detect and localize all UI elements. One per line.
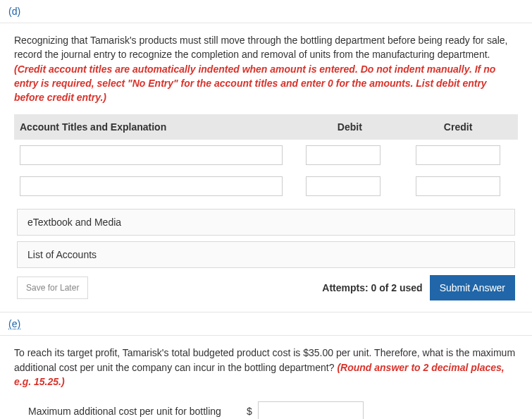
debit-input[interactable] <box>306 145 381 165</box>
footer-right-group: Attempts: 0 of 2 used Submit Answer <box>322 275 515 300</box>
account-input[interactable] <box>20 176 283 196</box>
attempts-text: Attempts: 0 of 2 used <box>322 282 422 293</box>
header-debit: Debit <box>295 121 404 133</box>
list-of-accounts-button[interactable]: List of Accounts <box>17 241 515 268</box>
max-additional-cost-input[interactable] <box>258 401 364 419</box>
header-account: Account Titles and Explanation <box>20 121 295 133</box>
submit-answer-button[interactable]: Submit Answer <box>430 275 515 300</box>
section-d-label: (d) <box>0 0 532 23</box>
instructions-warning: (Credit account titles are automatically… <box>14 63 495 104</box>
debit-input[interactable] <box>306 176 381 196</box>
header-credit: Credit <box>404 121 512 133</box>
currency-symbol: $ <box>247 406 252 417</box>
answer-label: Maximum additional cost per unit for bot… <box>28 406 221 417</box>
section-e-instructions: To reach its target profit, Tamarisk's t… <box>14 346 518 389</box>
answer-row: Maximum additional cost per unit for bot… <box>28 401 518 419</box>
table-row <box>14 140 518 171</box>
account-input[interactable] <box>20 145 283 165</box>
instructions-text: Recognizing that Tamarisk's products mus… <box>14 35 507 60</box>
footer-row: Save for Later Attempts: 0 of 2 used Sub… <box>17 275 515 300</box>
section-d-body: Recognizing that Tamarisk's products mus… <box>0 23 532 300</box>
journal-entry-table: Account Titles and Explanation Debit Cre… <box>14 114 518 202</box>
credit-input[interactable] <box>416 176 500 196</box>
save-for-later-button[interactable]: Save for Later <box>17 277 88 299</box>
credit-input[interactable] <box>416 145 500 165</box>
etextbook-media-button[interactable]: eTextbook and Media <box>17 209 515 236</box>
section-e-body: To reach its target profit, Tamarisk's t… <box>0 336 532 419</box>
section-d-instructions: Recognizing that Tamarisk's products mus… <box>14 33 518 104</box>
section-e-label: (e) <box>0 312 532 336</box>
table-header-row: Account Titles and Explanation Debit Cre… <box>14 114 518 140</box>
table-row <box>14 171 518 202</box>
